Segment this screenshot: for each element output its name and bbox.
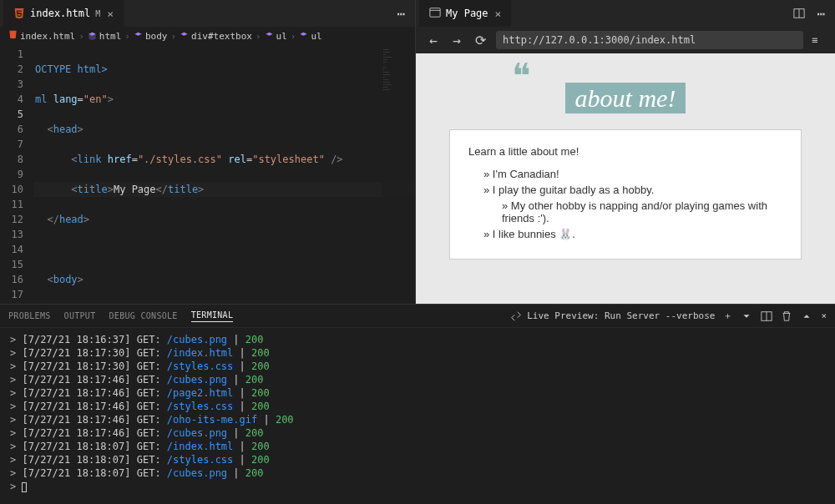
line-numbers: 1234567891011121314151617 xyxy=(0,45,33,304)
terminal-prompt[interactable]: > xyxy=(10,480,825,493)
breadcrumb-item[interactable]: div#textbox xyxy=(180,31,252,42)
task-label[interactable]: Live Preview: Run Server --verbose xyxy=(510,310,716,322)
log-row: > [7/27/21 18:17:46] GET: /page2.html | … xyxy=(10,386,825,400)
log-row: > [7/27/21 18:17:46] GET: /styles.css | … xyxy=(10,400,825,413)
log-row: > [7/27/21 18:18:07] GET: /styles.css | … xyxy=(10,453,825,466)
maximize-icon[interactable] xyxy=(801,310,812,322)
editor-pane: index.html M × ⋯ index.html › html › bod… xyxy=(0,0,416,304)
html-file-icon xyxy=(8,30,18,42)
split-editor-icon[interactable] xyxy=(793,8,805,19)
list-item: My other hobby is napping and/or playing… xyxy=(502,199,782,224)
file-tab[interactable]: index.html M × xyxy=(3,0,124,27)
breadcrumb-item[interactable]: body xyxy=(134,31,168,42)
log-row: > [7/27/21 18:17:46] GET: /cubes.png | 2… xyxy=(10,426,825,440)
list-item: I like bunnies 🐰. xyxy=(483,228,782,240)
code-editor[interactable]: 1234567891011121314151617 OCTYPE html> m… xyxy=(0,45,415,304)
new-terminal-button[interactable]: ＋ xyxy=(723,310,732,322)
symbol-icon xyxy=(88,32,97,41)
tab-terminal[interactable]: TERMINAL xyxy=(191,310,234,322)
breadcrumb: index.html › html › body › div#textbox ›… xyxy=(0,27,415,45)
panel-tabs: PROBLEMS OUTPUT DEBUG CONSOLE TERMINAL L… xyxy=(0,305,835,328)
svg-rect-0 xyxy=(430,8,440,17)
log-row: > [7/27/21 18:17:46] GET: /oho-its-me.gi… xyxy=(10,413,825,426)
symbol-icon xyxy=(180,32,189,41)
symbol-icon xyxy=(299,32,308,41)
tab-problems[interactable]: PROBLEMS xyxy=(8,311,51,320)
reload-button[interactable]: ⟳ xyxy=(473,33,488,48)
breadcrumb-item[interactable]: ul xyxy=(299,31,321,42)
close-icon[interactable]: × xyxy=(107,8,114,20)
more-actions-icon[interactable]: ⋯ xyxy=(810,6,832,22)
log-row: > [7/27/21 18:18:07] GET: /index.html | … xyxy=(10,440,825,453)
editor-tab-bar: index.html M × ⋯ xyxy=(0,0,415,27)
preview-tab-bar: My Page × ⋯ xyxy=(416,0,835,27)
close-panel-icon[interactable]: × xyxy=(821,310,827,321)
terminal-output[interactable]: > [7/27/21 18:16:37] GET: /cubes.png | 2… xyxy=(0,328,835,504)
minimap[interactable]: ▬▬▬▬▬▬▬▬▬▬▬▬▬▬▬▬▬▬▬▬▬▬▬▬▬▬▬▬▬▬▬▬▬▬▬▬▬▬▬▬… xyxy=(382,45,415,304)
symbol-icon xyxy=(265,32,274,41)
preview-pane: My Page × ⋯ ← → ⟳ ≡ ❝ about me! Learn a … xyxy=(416,0,835,304)
terminal-panel: PROBLEMS OUTPUT DEBUG CONSOLE TERMINAL L… xyxy=(0,304,835,504)
list-item: I play the guitar badly as a hobby. My o… xyxy=(483,184,782,224)
browser-icon xyxy=(429,7,441,21)
more-actions-icon[interactable]: ⋯ xyxy=(390,6,412,22)
html-file-icon xyxy=(13,8,25,19)
log-row: > [7/27/21 18:18:07] GET: /cubes.png | 2… xyxy=(10,466,825,480)
code-content[interactable]: OCTYPE html> ml lang="en"> <head> <link … xyxy=(33,45,415,304)
log-row: > [7/27/21 18:16:37] GET: /cubes.png | 2… xyxy=(10,333,825,346)
rendered-page: ❝ about me! Learn a little about me! I'm… xyxy=(416,53,835,304)
tab-debug-console[interactable]: DEBUG CONSOLE xyxy=(109,311,178,320)
file-tab-name: index.html xyxy=(30,8,90,19)
about-list: I'm Canadian! I play the guitar badly as… xyxy=(483,168,782,240)
page-title: about me! xyxy=(565,83,686,113)
breadcrumb-item[interactable]: index.html xyxy=(8,30,75,42)
log-row: > [7/27/21 18:17:30] GET: /index.html | … xyxy=(10,346,825,360)
preview-tab-title: My Page xyxy=(446,8,488,19)
symbol-icon xyxy=(134,32,143,41)
close-icon[interactable]: × xyxy=(495,8,502,20)
list-item: I'm Canadian! xyxy=(483,168,782,180)
tools-icon xyxy=(510,310,522,322)
browser-toolbar: ← → ⟳ ≡ xyxy=(416,27,835,53)
chevron-down-icon[interactable] xyxy=(741,310,752,322)
file-modified-indicator: M xyxy=(95,9,100,18)
textbox: Learn a little about me! I'm Canadian! I… xyxy=(449,129,802,260)
tab-output[interactable]: OUTPUT xyxy=(64,311,96,320)
breadcrumb-item[interactable]: ul xyxy=(265,31,287,42)
split-terminal-icon[interactable] xyxy=(761,310,772,322)
menu-icon[interactable]: ≡ xyxy=(812,34,825,46)
trash-icon[interactable] xyxy=(781,310,792,322)
preview-tab[interactable]: My Page × xyxy=(419,0,511,27)
forward-button[interactable]: → xyxy=(449,33,464,48)
back-button[interactable]: ← xyxy=(426,33,441,48)
intro-text: Learn a little about me! xyxy=(468,145,782,158)
page-hero: ❝ about me! xyxy=(449,70,802,113)
terminal-actions: Live Preview: Run Server --verbose ＋ × xyxy=(510,310,827,322)
url-input[interactable] xyxy=(496,31,803,49)
log-row: > [7/27/21 18:17:46] GET: /cubes.png | 2… xyxy=(10,373,825,386)
breadcrumb-item[interactable]: html xyxy=(88,31,122,42)
log-row: > [7/27/21 18:17:30] GET: /styles.css | … xyxy=(10,360,825,373)
